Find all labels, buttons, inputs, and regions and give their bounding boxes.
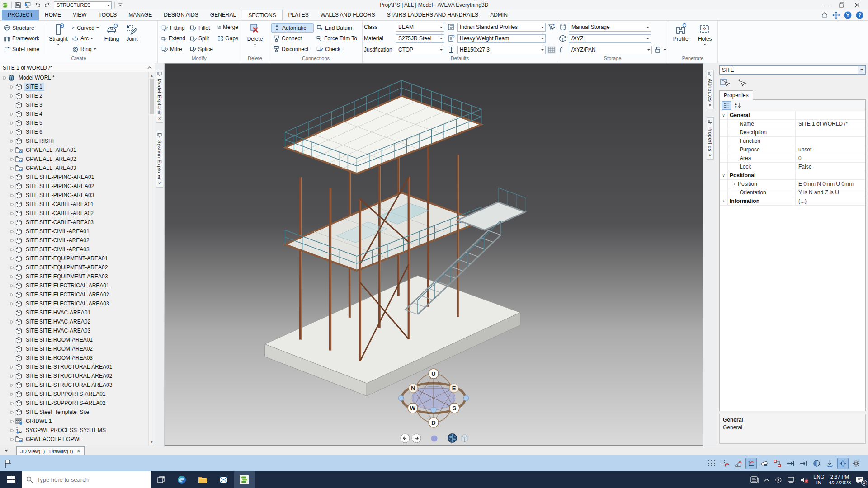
- snap-toggle[interactable]: [811, 458, 822, 469]
- snap-toggle[interactable]: [850, 458, 862, 469]
- add-to-selection-button[interactable]: [720, 78, 730, 87]
- tree-item[interactable]: SITE SITE-ROOM-AREA03: [0, 353, 148, 362]
- snap-toggle[interactable]: [837, 458, 849, 469]
- assistant-icon[interactable]: [844, 11, 852, 19]
- scroll-down-icon[interactable]: ▼: [149, 439, 155, 446]
- property-value[interactable]: False: [796, 164, 865, 170]
- expand-arrow-icon[interactable]: [9, 147, 15, 153]
- expand-arrow-icon[interactable]: [9, 283, 15, 289]
- profile-size-combo[interactable]: HB150x27.3: [457, 46, 546, 54]
- expand-arrow-icon[interactable]: [9, 418, 15, 424]
- tab-properties[interactable]: Properties: [719, 90, 753, 100]
- property-value[interactable]: Y is N and Z is U: [796, 189, 865, 196]
- dock-tab[interactable]: Attributes ✕: [707, 70, 714, 109]
- tree-item[interactable]: SITE SITE-EQUIPMENT-AREA02: [0, 263, 148, 272]
- collapse-chevron-icon[interactable]: [147, 66, 152, 70]
- taskbar-search[interactable]: [22, 471, 151, 488]
- explorer-header[interactable]: SITE 1 of WORLD /*: [0, 63, 155, 72]
- expand-arrow-icon[interactable]: [9, 165, 15, 171]
- property-value[interactable]: SITE 1 of WORLD /*: [796, 121, 865, 127]
- undo-icon[interactable]: [34, 2, 41, 8]
- view-dot-indicator[interactable]: [431, 435, 438, 442]
- minimize-button[interactable]: [824, 2, 829, 8]
- navigate-icon[interactable]: [832, 11, 840, 19]
- snap-toggle[interactable]: [785, 458, 796, 469]
- scroll-up-icon[interactable]: ▲: [149, 72, 155, 79]
- justification-combo[interactable]: CTOP: [396, 46, 444, 54]
- tree-item[interactable]: SITE SITE-ELECTRICAL-AREA02: [0, 290, 148, 299]
- file-explorer-button[interactable]: [192, 471, 213, 488]
- expand-arrow-icon[interactable]: [9, 373, 15, 379]
- perspective-globe-button[interactable]: [448, 433, 457, 443]
- tree-item[interactable]: SITE 2: [0, 91, 148, 100]
- compass-west[interactable]: W: [410, 405, 416, 412]
- tree-item[interactable]: GPWL ACCEPT GPWL: [0, 435, 148, 444]
- arc-button[interactable]: Arc: [70, 34, 101, 43]
- tree-item[interactable]: SITE RISHI: [0, 136, 148, 145]
- category-chevron-icon[interactable]: ∨›: [720, 163, 728, 171]
- straight-button[interactable]: Straight: [47, 22, 70, 55]
- view-compass[interactable]: U N E W S D: [395, 366, 472, 432]
- expand-arrow-icon[interactable]: [9, 238, 15, 244]
- expand-arrow-icon[interactable]: [9, 301, 15, 307]
- tree-item[interactable]: SITE SITE-CABLE-AREA01: [0, 200, 148, 209]
- category-chevron-icon[interactable]: ∨›: [720, 145, 728, 154]
- tree-item[interactable]: GPWL ALL_AREA01: [0, 145, 148, 155]
- snap-toggle[interactable]: [732, 458, 744, 469]
- tree-item[interactable]: SITE SITE-CIVIL-AREA02: [0, 236, 148, 245]
- profile-standard-combo[interactable]: Indian Standard Profiles: [457, 23, 546, 32]
- tree-item[interactable]: SITE 3: [0, 100, 148, 109]
- ribbon-tab[interactable]: ADMIN: [484, 10, 514, 20]
- tree-item[interactable]: SITE 6: [0, 127, 148, 136]
- expand-arrow-icon[interactable]: [9, 138, 15, 144]
- profile-type-combo[interactable]: Heavy Weight Beam: [457, 34, 546, 43]
- tree-item[interactable]: SITE SITE-ROOM-AREA01: [0, 335, 148, 344]
- ribbon-tab[interactable]: DESIGN AIDS: [158, 10, 204, 20]
- snap-toggle[interactable]: [759, 458, 770, 469]
- ribbon-tab[interactable]: PLATES: [283, 10, 315, 20]
- storage-structure-combo[interactable]: /XYZ: [569, 34, 651, 43]
- snap-toggle[interactable]: [706, 458, 717, 469]
- category-chevron-icon[interactable]: ∨›: [720, 188, 728, 197]
- expand-arrow-icon[interactable]: [9, 247, 15, 253]
- aveva-e3d-app-button[interactable]: [234, 471, 255, 488]
- property-value[interactable]: E 0mm N 0mm U 0mm: [796, 181, 865, 187]
- element-type-selector[interactable]: SITE: [719, 65, 866, 75]
- tree-item[interactable]: SITE SITE-PIPING-AREA02: [0, 182, 148, 191]
- holes-button[interactable]: Holes: [694, 22, 717, 55]
- view-list-dropdown[interactable]: [3, 447, 10, 455]
- 3d-viewport[interactable]: U N E W S D: [165, 63, 703, 446]
- expand-arrow-icon[interactable]: [9, 400, 15, 406]
- profile-table-button[interactable]: [547, 46, 556, 54]
- property-row[interactable]: ∨› Information (...): [720, 197, 865, 206]
- tree-item[interactable]: SITE SITE-CIVIL-AREA01: [0, 227, 148, 236]
- snap-toggle[interactable]: [772, 458, 783, 469]
- onedrive-tray-icon[interactable]: [774, 476, 783, 483]
- ribbon-small-button[interactable]: Extend: [160, 34, 187, 43]
- ribbon-small-button[interactable]: Fillet: [188, 23, 215, 33]
- tree-item[interactable]: SITE SITE-EQUIPMENT-AREA01: [0, 254, 148, 263]
- compass-east[interactable]: E: [452, 385, 456, 392]
- task-view-button[interactable]: [151, 471, 171, 488]
- view-forward-button[interactable]: [411, 433, 421, 443]
- tree-item[interactable]: SITE SITE-CABLE-AREA02: [0, 209, 148, 218]
- property-row[interactable]: ∨› Name SITE 1 of WORLD /*: [720, 120, 865, 128]
- tree-item[interactable]: SITE SITE-HVAC-AREA02: [0, 317, 148, 326]
- expand-arrow-icon[interactable]: [9, 319, 15, 325]
- storage-mode-combo[interactable]: Manual Storage: [569, 23, 651, 32]
- tree-item[interactable]: GRIDWL 1: [0, 417, 148, 426]
- ribbon-small-button[interactable]: Disconnect: [271, 45, 314, 54]
- pick-attributes-button[interactable]: [736, 78, 746, 87]
- tree-item[interactable]: SITE SITE-HVAC-AREA01: [0, 308, 148, 317]
- expand-arrow-icon[interactable]: [9, 156, 15, 162]
- category-chevron-icon[interactable]: ∨›: [720, 137, 728, 145]
- hidden-icons-chevron[interactable]: [764, 478, 770, 482]
- ribbon-tab[interactable]: WALLS AND FLOORS: [315, 10, 381, 20]
- expand-arrow-icon[interactable]: [9, 256, 15, 262]
- ribbon-tab[interactable]: SECTIONS: [242, 10, 282, 20]
- ribbon-small-button[interactable]: End Datum: [315, 23, 359, 33]
- expand-arrow-icon[interactable]: [9, 183, 15, 189]
- property-row[interactable]: ∨› Description: [720, 128, 865, 137]
- tree-item[interactable]: SITE SITE-STRUCTURAL-AREA02: [0, 371, 148, 380]
- tree-item[interactable]: SITE SITE-CIVIL-AREA03: [0, 245, 148, 254]
